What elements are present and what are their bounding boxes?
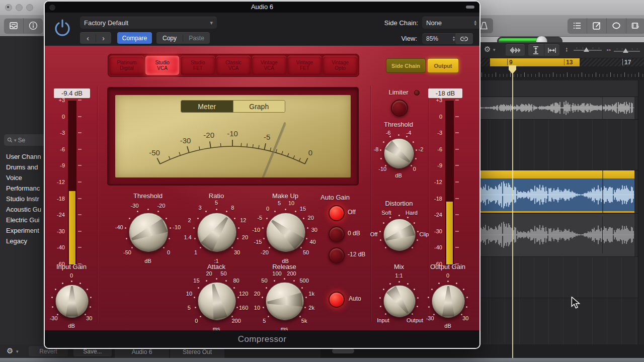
- tracks-area[interactable]: D: [480, 80, 644, 352]
- ruler-bar-tick: [622, 59, 623, 65]
- side-chain-dropdown[interactable]: None ▴▾: [422, 17, 480, 29]
- ruler-tick: [607, 74, 607, 77]
- knob-tick-dot: [237, 297, 239, 298]
- auto-gain-option-0db[interactable]: [329, 226, 345, 242]
- ruler-bar-number: 9: [509, 59, 513, 66]
- vertical-scrollbar[interactable]: [638, 80, 644, 352]
- knob-dial[interactable]: [384, 138, 414, 168]
- timeline-ruler[interactable]: 91317: [480, 58, 644, 80]
- audio-region-track1[interactable]: [480, 97, 634, 119]
- note-pads-button[interactable]: [587, 18, 607, 33]
- knob-dial[interactable]: [266, 282, 304, 320]
- library-toggle-button[interactable]: [4, 18, 24, 33]
- audio-region-track3[interactable]: [480, 213, 634, 256]
- auto-release-button[interactable]: [329, 292, 345, 308]
- audio-region-selected[interactable]: [480, 170, 634, 213]
- knob-dial[interactable]: [198, 282, 236, 320]
- compare-button[interactable]: Compare: [117, 32, 152, 44]
- waveform-zoom-button[interactable]: [506, 44, 525, 56]
- knob-tick-dot: [52, 306, 53, 308]
- paste-button[interactable]: Paste: [183, 35, 210, 42]
- knob-title-release: Release: [249, 263, 319, 270]
- library-item[interactable]: User Chann: [6, 151, 44, 162]
- knob-output-gain[interactable]: -30030dB: [408, 260, 480, 341]
- plugin-minimize-button[interactable]: [466, 6, 474, 9]
- view-stepper[interactable]: 85% ▴▾: [422, 33, 459, 44]
- inspector-toggle-button[interactable]: [24, 18, 43, 33]
- ruler-tick: [510, 72, 511, 77]
- knob-mark-label: dB: [444, 323, 451, 329]
- knob-dial[interactable]: [55, 285, 89, 318]
- preset-next-button[interactable]: ›: [96, 34, 111, 42]
- link-button[interactable]: [455, 33, 473, 44]
- library-item[interactable]: Legacy: [6, 236, 44, 246]
- ruler-tick: [571, 74, 572, 77]
- track-height-thumb[interactable]: [584, 47, 589, 52]
- preset-prev-button[interactable]: ‹: [80, 34, 96, 42]
- horizontal-scrollbar-thumb[interactable]: [332, 348, 354, 353]
- preset-dropdown[interactable]: Factory Default ▾: [80, 17, 217, 29]
- ruler-tick: [585, 74, 586, 77]
- traffic-light-close[interactable]: [5, 4, 12, 11]
- ruler-tick: [617, 74, 618, 77]
- traffic-light-minimize[interactable]: [16, 4, 23, 11]
- knob-ratio[interactable]: 11.42358122030:1: [176, 192, 257, 272]
- knob-release[interactable]: 51020501002005001k2k5kms: [244, 260, 325, 341]
- zoom-horizontal-button[interactable]: [544, 44, 560, 56]
- zoom-vertical-button[interactable]: [528, 44, 544, 56]
- knob-mark-label: -15: [254, 239, 262, 245]
- knob-mark-label: Hard: [406, 210, 418, 216]
- knob-dial[interactable]: [432, 285, 465, 318]
- link-icon: [460, 35, 468, 43]
- loop-browser-button[interactable]: [607, 18, 626, 33]
- library-item[interactable]: Voice: [6, 172, 44, 183]
- library-item[interactable]: Performanc: [6, 183, 44, 194]
- track-height-slider[interactable]: [574, 50, 602, 51]
- knob-tick-dot: [90, 297, 92, 298]
- limiter-button[interactable]: [391, 100, 408, 117]
- waveform: [480, 178, 634, 211]
- view-chevrons-icon: ▴▾: [453, 36, 455, 42]
- knob-mark-label: dB: [68, 323, 74, 329]
- knob-tick-dot: [428, 306, 430, 308]
- ruler-tick: [596, 72, 596, 77]
- waveform-icon: [509, 46, 522, 54]
- plugin-titlebar[interactable]: Audio 6: [45, 2, 479, 13]
- traffic-light-zoom[interactable]: [26, 4, 33, 11]
- gear-icon[interactable]: ⚙: [484, 45, 491, 54]
- list-editors-button[interactable]: [568, 18, 587, 33]
- ruler-tick: [635, 74, 635, 77]
- media-browser-button[interactable]: ♪: [626, 18, 644, 33]
- bottom-gear-icon[interactable]: ⚙: [7, 346, 13, 355]
- knob-dial[interactable]: [383, 219, 416, 251]
- library-item[interactable]: Electric Gui: [6, 215, 44, 225]
- auto-gain-option--12db[interactable]: [329, 247, 345, 263]
- h-zoom-thumb[interactable]: [623, 48, 628, 53]
- knob-dial[interactable]: [197, 213, 236, 252]
- h-zoom-slider[interactable]: [614, 51, 640, 52]
- library-item[interactable]: Acoustic Gu: [6, 204, 44, 215]
- library-item[interactable]: Drums and: [6, 162, 44, 172]
- copy-button[interactable]: Copy: [156, 35, 183, 42]
- library-search-field[interactable]: ▾ Se: [4, 134, 48, 146]
- auto-gain-option-off[interactable]: [329, 205, 345, 221]
- library-item[interactable]: Studio Instr: [6, 194, 44, 204]
- knob-input-gain[interactable]: -30030dB: [44, 260, 112, 341]
- knob-mark-label: Off: [370, 231, 377, 237]
- search-icon: [7, 137, 13, 143]
- knob-tick-dot: [383, 289, 384, 290]
- knob-pointer: [56, 285, 88, 317]
- knob-dial[interactable]: [266, 213, 305, 252]
- knob-title-threshold: Threshold: [113, 192, 183, 200]
- knob-makeup[interactable]: -20-15-10-505101520304050dB: [245, 192, 326, 272]
- knob-mark-label: 20: [206, 270, 212, 277]
- knob-pointer-stripe: [267, 215, 304, 249]
- power-button-icon[interactable]: [53, 18, 71, 38]
- ruler-tick: [614, 74, 614, 77]
- edit-note-icon: [592, 21, 602, 31]
- ruler-tick: [528, 74, 528, 77]
- ruler-tick: [582, 72, 582, 77]
- knob-dial[interactable]: [129, 213, 168, 252]
- library-item[interactable]: Experiment: [6, 225, 44, 236]
- knob-mark-label: 1: [194, 249, 197, 255]
